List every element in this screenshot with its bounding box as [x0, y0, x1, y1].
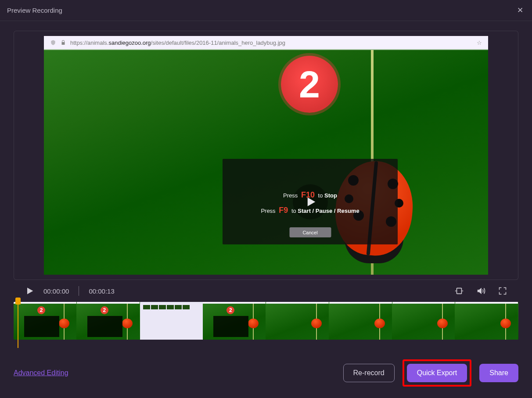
thumbnail-frame[interactable]	[392, 302, 456, 340]
svg-rect-0	[457, 288, 462, 294]
url-path: /sites/default/files/2016-11/animals_her…	[151, 39, 285, 46]
thumbnail-strip[interactable]: 2 2 2	[14, 302, 518, 340]
instruction-line-stop: Press F10 to Stop	[283, 190, 337, 200]
close-icon[interactable]: ✕	[515, 4, 525, 17]
thumbnail-frame[interactable]: 2	[77, 302, 140, 340]
re-record-button[interactable]: Re-record	[343, 364, 395, 382]
current-time: 00:00:00	[43, 287, 69, 295]
thumbnail-frame[interactable]: 2	[14, 302, 77, 340]
recorder-instructions-overlay: Press F10 to Stop Press F9 to Start / Pa…	[223, 159, 398, 244]
countdown-number: 2	[299, 63, 320, 106]
share-button[interactable]: Share	[479, 364, 518, 382]
shield-icon	[50, 39, 56, 46]
cancel-button[interactable]: Cancel	[289, 227, 331, 237]
countdown-badge: 2	[281, 56, 338, 113]
url-host: sandiegozoo.org	[108, 39, 151, 46]
thumbnail-frame[interactable]	[266, 302, 329, 340]
thumb-countdown: 2	[37, 306, 45, 314]
quick-export-button[interactable]: Quick Export	[407, 364, 467, 382]
url-prefix: https://animals.	[70, 39, 108, 46]
thumbnail-frame[interactable]: 2	[203, 302, 266, 340]
crop-icon[interactable]	[454, 286, 464, 296]
bookmark-star-icon: ☆	[477, 39, 482, 46]
instruction-line-start: Press F9 to Start / Pause / Resume	[261, 206, 359, 215]
playhead-marker[interactable]	[15, 298, 21, 305]
footer: Advanced Editing Re-record Quick Export …	[0, 359, 532, 398]
window-title: Preview Recording	[7, 7, 62, 14]
total-time: 00:00:13	[89, 287, 114, 295]
thumbnail-frame[interactable]	[455, 302, 518, 340]
fullscreen-icon[interactable]	[498, 287, 507, 295]
thumb-countdown: 2	[226, 306, 234, 314]
preview-panel: https://animals.sandiegozoo.org/sites/de…	[14, 31, 518, 280]
browser-url-bar: https://animals.sandiegozoo.org/sites/de…	[44, 36, 488, 49]
thumbnail-frame[interactable]	[140, 302, 203, 340]
advanced-editing-link[interactable]: Advanced Editing	[14, 369, 68, 377]
lock-icon	[61, 40, 66, 45]
title-bar: Preview Recording ✕	[0, 0, 532, 21]
tutorial-highlight: Quick Export	[403, 359, 472, 387]
thumbnail-frame[interactable]	[329, 302, 392, 340]
time-separator	[79, 286, 79, 296]
timeline[interactable]: 2 2 2	[14, 302, 518, 340]
playback-controls: 00:00:00 00:00:13	[14, 280, 518, 302]
thumb-countdown: 2	[101, 306, 108, 314]
volume-icon[interactable]	[476, 286, 486, 296]
recorded-frame: https://animals.sandiegozoo.org/sites/de…	[44, 36, 488, 275]
url-text: https://animals.sandiegozoo.org/sites/de…	[70, 39, 285, 46]
divider	[44, 49, 488, 50]
play-button[interactable]	[25, 286, 34, 296]
